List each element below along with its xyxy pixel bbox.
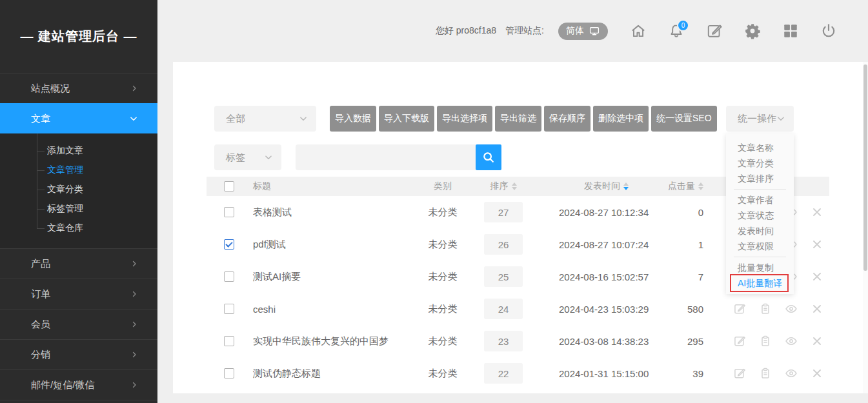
- chevron-right-icon: [130, 320, 138, 328]
- header-sort[interactable]: 排序: [471, 177, 536, 196]
- row-title[interactable]: ceshi: [253, 293, 276, 325]
- row-sort-value[interactable]: 22: [484, 363, 523, 384]
- row-sort-value[interactable]: 26: [484, 234, 523, 255]
- header-publish-time[interactable]: 发表时间: [584, 177, 629, 196]
- sort-arrows-icon[interactable]: [512, 182, 517, 190]
- unified-menu-item-文章排序[interactable]: 文章排序: [726, 171, 794, 186]
- sidebar-subitem-文章仓库[interactable]: 文章仓库: [0, 219, 157, 238]
- row-publish-time: 2024-08-27 10:07:24: [559, 228, 649, 260]
- unified-menu-item-发表时间[interactable]: 发表时间: [726, 223, 794, 239]
- tag-select[interactable]: 标签: [214, 144, 281, 170]
- toolbar-button-导出选择项[interactable]: 导出选择项: [437, 106, 492, 132]
- sidebar-subitem-label: 文章分类: [47, 184, 83, 195]
- row-sort-value[interactable]: 25: [484, 266, 523, 287]
- unified-menu-item-label: 文章名称: [738, 143, 774, 153]
- sidebar-item-站点概况[interactable]: 站点概况: [0, 73, 157, 103]
- row-actions: [733, 357, 823, 389]
- toolbar-button-导出筛选[interactable]: 导出筛选: [495, 106, 541, 132]
- toolbar-button-保存顺序[interactable]: 保存顺序: [544, 106, 590, 132]
- category-select[interactable]: 全部: [214, 106, 316, 132]
- row-title[interactable]: 实现中华民族伟大复兴的中国梦: [253, 325, 389, 357]
- row-checkbox[interactable]: [224, 207, 234, 217]
- sidebar-subitem-标签管理[interactable]: 标签管理: [0, 199, 157, 219]
- view-icon[interactable]: [785, 335, 798, 348]
- delete-icon[interactable]: [811, 206, 823, 219]
- copy-icon[interactable]: [759, 335, 772, 348]
- power-icon[interactable]: [820, 23, 837, 39]
- unified-menu-item-文章权限[interactable]: 文章权限: [726, 239, 794, 254]
- home-icon[interactable]: [630, 23, 647, 39]
- gear-icon[interactable]: [744, 23, 761, 39]
- unified-ops-select[interactable]: 统一操作: [726, 106, 794, 132]
- row-title[interactable]: 测试AI摘要: [253, 260, 301, 293]
- delete-icon[interactable]: [811, 302, 823, 315]
- view-icon[interactable]: [785, 302, 798, 315]
- edit-icon[interactable]: [733, 367, 746, 380]
- toolbar-buttons: 导入数据导入下载版导出选择项导出筛选保存顺序删除选中项统一设置SEO: [330, 106, 717, 132]
- row-actions: [733, 293, 823, 325]
- row-category: 未分类: [417, 293, 469, 325]
- row-title[interactable]: pdf测试: [253, 228, 286, 260]
- unified-menu-item-文章分类[interactable]: 文章分类: [726, 155, 794, 171]
- language-pill-button[interactable]: 简体: [558, 23, 608, 40]
- sidebar-subitem-label: 文章仓库: [47, 222, 83, 234]
- sort-arrows-icon[interactable]: [623, 182, 629, 190]
- sidebar-subitem-添加文章[interactable]: 添加文章: [0, 141, 157, 161]
- row-clicks: 295: [645, 325, 703, 357]
- unified-menu-item-文章作者[interactable]: 文章作者: [726, 192, 794, 208]
- select-all-checkbox[interactable]: [224, 181, 234, 192]
- delete-icon[interactable]: [811, 367, 823, 380]
- sidebar-submenu: 添加文章 文章管理 文章分类 标签管理 文章仓库: [0, 133, 157, 248]
- sidebar-item-分销[interactable]: 分销: [0, 339, 157, 369]
- sidebar-item-文章[interactable]: 文章: [0, 103, 157, 133]
- sidebar-item-订单[interactable]: 订单: [0, 279, 157, 309]
- row-title[interactable]: 表格测试: [253, 196, 292, 228]
- unified-menu-item-文章名称[interactable]: 文章名称: [726, 140, 794, 155]
- search-input[interactable]: [296, 144, 476, 170]
- copy-icon[interactable]: [759, 367, 772, 380]
- search-button[interactable]: [476, 144, 501, 170]
- copy-icon[interactable]: [759, 302, 772, 315]
- header-clicks[interactable]: 点击量: [645, 177, 703, 196]
- edit-icon[interactable]: [733, 335, 746, 348]
- toolbar-button-导入数据[interactable]: 导入数据: [330, 106, 376, 132]
- unified-menu-item-批量复制[interactable]: 批量复制: [726, 260, 794, 275]
- row-title[interactable]: 测试伪静态标题: [253, 357, 321, 389]
- row-category: 未分类: [417, 357, 469, 389]
- row-checkbox[interactable]: [224, 304, 234, 314]
- unified-menu-item-文章状态[interactable]: 文章状态: [726, 208, 794, 223]
- sidebar-subitem-文章管理[interactable]: 文章管理: [0, 161, 157, 180]
- sidebar-item-会员[interactable]: 会员: [0, 309, 157, 339]
- row-clicks: 7: [645, 260, 703, 293]
- row-sort-value[interactable]: 23: [484, 331, 523, 351]
- row-clicks: 1: [645, 228, 703, 260]
- bell-icon[interactable]: 0: [668, 23, 685, 39]
- row-checkbox[interactable]: [224, 368, 234, 378]
- sort-arrows-icon[interactable]: [698, 182, 703, 190]
- edit-icon[interactable]: [733, 302, 746, 315]
- toolbar-button-删除选中项[interactable]: 删除选中项: [593, 106, 649, 132]
- apps-grid-icon[interactable]: [782, 23, 799, 39]
- content-panel: 全部 导入数据导入下载版导出选择项导出筛选保存顺序删除选中项统一设置SEO 统一…: [173, 62, 863, 393]
- unified-menu-item-label: 文章作者: [738, 195, 774, 205]
- compose-icon[interactable]: [706, 23, 723, 39]
- sidebar-subitem-文章分类[interactable]: 文章分类: [0, 180, 157, 199]
- toolbar-button-导入下载版[interactable]: 导入下载版: [379, 106, 434, 132]
- delete-icon[interactable]: [811, 335, 823, 348]
- language-pill-label: 简体: [566, 25, 584, 37]
- row-clicks: 580: [645, 293, 703, 325]
- sidebar-item-邮件/短信/微信[interactable]: 邮件/短信/微信: [0, 369, 157, 400]
- row-sort-value[interactable]: 27: [484, 202, 523, 222]
- toolbar-button-统一设置SEO[interactable]: 统一设置SEO: [651, 106, 717, 132]
- delete-icon[interactable]: [811, 270, 823, 283]
- row-checkbox[interactable]: [224, 239, 234, 250]
- view-icon[interactable]: [785, 367, 798, 380]
- row-checkbox[interactable]: [224, 336, 234, 346]
- row-publish-time: 2024-01-31 15:15:00: [559, 357, 649, 389]
- scrollbar-thumb[interactable]: [863, 64, 867, 271]
- sidebar-item-产品[interactable]: 产品: [0, 248, 157, 279]
- delete-icon[interactable]: [811, 238, 823, 251]
- unified-menu-item-AI批量翻译[interactable]: AI批量翻译: [726, 275, 794, 291]
- row-sort-value[interactable]: 24: [484, 299, 523, 319]
- row-checkbox[interactable]: [224, 271, 234, 282]
